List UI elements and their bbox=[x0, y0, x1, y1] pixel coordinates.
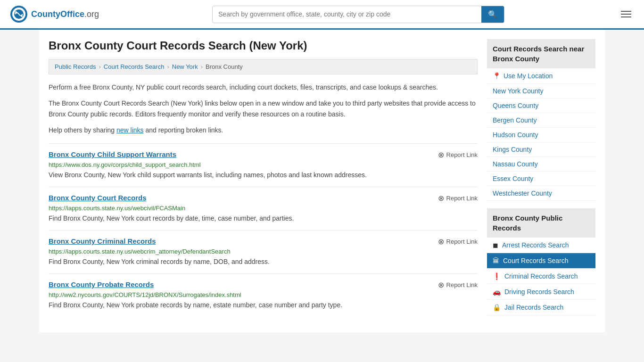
nearby-county-item-3: Hudson County bbox=[487, 128, 595, 142]
nearby-county-item-0: New York County bbox=[487, 84, 595, 99]
report-icon-2: ⊗ bbox=[438, 237, 444, 246]
record-url-3[interactable]: http://ww2.nycourts.gov/COURTS/12jd/BRON… bbox=[49, 291, 478, 298]
pub-rec-link-0[interactable]: Arrest Records Search bbox=[502, 241, 569, 249]
nearby-county-link-4[interactable]: Kings County bbox=[493, 146, 532, 153]
breadcrumb: Public Records › Court Records Search › … bbox=[49, 59, 478, 74]
pub-rec-icon-2: ❗ bbox=[493, 272, 501, 280]
nearby-section: Court Records Search near Bronx County 📍… bbox=[487, 39, 595, 201]
nearby-counties-list: New York CountyQueens CountyBergen Count… bbox=[487, 84, 595, 201]
public-records-section: Bronx County Public Records ◼ Arrest Rec… bbox=[487, 208, 595, 315]
pub-rec-item-3[interactable]: 🚗 Driving Records Search bbox=[487, 284, 595, 300]
record-title-1[interactable]: Bronx County Court Records bbox=[49, 194, 147, 202]
nearby-header: Court Records Search near Bronx County bbox=[487, 39, 595, 68]
report-link-btn-2[interactable]: ⊗ Report Link bbox=[438, 237, 478, 246]
pub-rec-icon-4: 🔒 bbox=[493, 304, 501, 311]
description-2: The Bronx County Court Records Search (N… bbox=[49, 98, 478, 119]
nearby-county-item-5: Nassau County bbox=[487, 157, 595, 172]
nearby-county-link-0[interactable]: New York County bbox=[493, 87, 543, 95]
pub-rec-link-2[interactable]: Criminal Records Search bbox=[504, 272, 578, 280]
record-title-3[interactable]: Bronx County Probate Records bbox=[49, 280, 154, 288]
page-title: Bronx County Court Records Search (New Y… bbox=[49, 39, 478, 52]
records-list: Bronx County Child Support Warrants ⊗ Re… bbox=[49, 143, 478, 317]
location-pin-icon: 📍 bbox=[493, 72, 501, 80]
public-records-list: ◼ Arrest Records Search 🏛 Court Records … bbox=[487, 238, 595, 315]
record-title-2[interactable]: Bronx County Criminal Records bbox=[49, 237, 156, 245]
nearby-county-link-6[interactable]: Essex County bbox=[493, 175, 533, 182]
menu-button[interactable] bbox=[618, 9, 635, 19]
report-link-btn-3[interactable]: ⊗ Report Link bbox=[438, 280, 478, 289]
record-description-0: View Bronx County, New York child suppor… bbox=[49, 170, 478, 180]
report-link-btn-0[interactable]: ⊗ Report Link bbox=[438, 150, 478, 159]
content: Bronx County Court Records Search (New Y… bbox=[49, 39, 478, 323]
description-3: Help others by sharing new links and rep… bbox=[49, 125, 478, 135]
record-description-3: Find Bronx County, New York probate reco… bbox=[49, 300, 478, 310]
nearby-county-link-3[interactable]: Hudson County bbox=[493, 131, 538, 139]
nearby-county-link-1[interactable]: Queens County bbox=[493, 102, 538, 109]
nearby-county-link-5[interactable]: Nassau County bbox=[493, 160, 538, 168]
svg-point-4 bbox=[21, 15, 23, 17]
new-links-link[interactable]: new links bbox=[116, 126, 144, 134]
pub-rec-item-0[interactable]: ◼ Arrest Records Search bbox=[487, 238, 595, 253]
pub-rec-link-4[interactable]: Jail Records Search bbox=[504, 304, 563, 311]
pub-rec-icon-0: ◼ bbox=[493, 241, 498, 249]
nearby-county-item-1: Queens County bbox=[487, 99, 595, 113]
record-url-0[interactable]: https://www.dos.ny.gov/corps/child_suppo… bbox=[49, 161, 478, 168]
use-location-item[interactable]: 📍 Use My Location bbox=[487, 68, 595, 84]
report-icon-1: ⊗ bbox=[438, 194, 444, 203]
nearby-county-item-6: Essex County bbox=[487, 172, 595, 186]
record-url-1[interactable]: https://iapps.courts.state.ny.us/webcivi… bbox=[49, 205, 478, 212]
public-records-header: Bronx County Public Records bbox=[487, 208, 595, 238]
record-description-2: Find Bronx County, New York criminal rec… bbox=[49, 257, 478, 267]
nearby-county-item-7: Westchester County bbox=[487, 186, 595, 201]
record-entry-3: Bronx County Probate Records ⊗ Report Li… bbox=[49, 273, 478, 317]
logo-icon bbox=[9, 5, 28, 24]
logo-area[interactable]: CountyOffice.org bbox=[9, 5, 99, 24]
nearby-county-item-2: Bergen County bbox=[487, 113, 595, 128]
logo-text: CountyOffice.org bbox=[31, 9, 99, 19]
record-description-1: Find Bronx County, New York court record… bbox=[49, 214, 478, 223]
report-link-btn-1[interactable]: ⊗ Report Link bbox=[438, 194, 478, 203]
search-input[interactable] bbox=[213, 7, 481, 22]
svg-point-3 bbox=[15, 11, 17, 13]
breadcrumb-public-records[interactable]: Public Records bbox=[55, 63, 96, 70]
pub-rec-icon-3: 🚗 bbox=[493, 288, 501, 296]
nearby-county-link-7[interactable]: Westchester County bbox=[493, 189, 552, 197]
record-title-0[interactable]: Bronx County Child Support Warrants bbox=[49, 150, 176, 158]
pub-rec-icon-1: 🏛 bbox=[493, 257, 499, 264]
breadcrumb-bronx-county: Bronx County bbox=[206, 63, 243, 70]
search-button[interactable]: 🔍 bbox=[481, 6, 504, 23]
pub-rec-link-3[interactable]: Driving Records Search bbox=[504, 288, 574, 296]
search-bar: 🔍 bbox=[212, 6, 504, 23]
record-entry-1: Bronx County Court Records ⊗ Report Link… bbox=[49, 187, 478, 230]
sidebar: Court Records Search near Bronx County 📍… bbox=[487, 39, 595, 323]
nearby-county-item-4: Kings County bbox=[487, 142, 595, 157]
report-icon-3: ⊗ bbox=[438, 280, 444, 289]
record-entry-0: Bronx County Child Support Warrants ⊗ Re… bbox=[49, 143, 478, 187]
use-my-location-link[interactable]: Use My Location bbox=[504, 72, 553, 80]
main-container: Bronx County Court Records Search (New Y… bbox=[39, 30, 605, 332]
nearby-county-link-2[interactable]: Bergen County bbox=[493, 116, 537, 124]
record-url-2[interactable]: https://iapps.courts.state.ny.us/webcrim… bbox=[49, 248, 478, 255]
header: CountyOffice.org 🔍 bbox=[0, 0, 644, 30]
pub-rec-link-1[interactable]: Court Records Search bbox=[503, 257, 569, 264]
pub-rec-item-2[interactable]: ❗ Criminal Records Search bbox=[487, 269, 595, 284]
record-entry-2: Bronx County Criminal Records ⊗ Report L… bbox=[49, 230, 478, 273]
breadcrumb-new-york[interactable]: New York bbox=[172, 63, 198, 70]
description-1: Perform a free Bronx County, NY public c… bbox=[49, 82, 478, 92]
report-icon-0: ⊗ bbox=[438, 150, 444, 159]
breadcrumb-court-records-search[interactable]: Court Records Search bbox=[104, 63, 165, 70]
pub-rec-item-1[interactable]: 🏛 Court Records Search bbox=[487, 253, 595, 269]
pub-rec-item-4[interactable]: 🔒 Jail Records Search bbox=[487, 300, 595, 315]
